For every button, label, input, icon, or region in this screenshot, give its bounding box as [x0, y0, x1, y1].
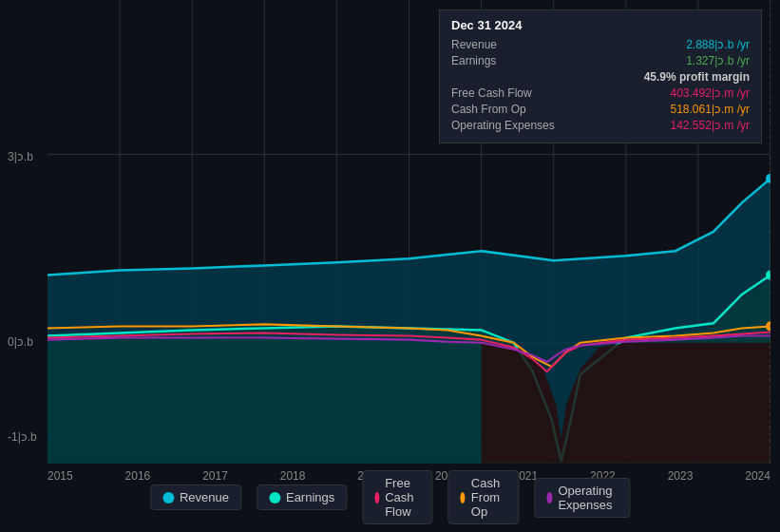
y-label-0b: 0|ↄ.b	[8, 335, 33, 349]
x-label-2024: 2024	[745, 469, 770, 483]
tooltip-opex-row: Operating Expenses 142.552|ↄ.m /yr	[451, 119, 750, 132]
tooltip-fcf-label: Free Cash Flow	[451, 86, 532, 100]
legend-revenue-label: Revenue	[180, 490, 229, 504]
legend-cashop[interactable]: Cash From Op	[448, 470, 519, 524]
fcf-dot	[374, 492, 379, 504]
tooltip-cashop-row: Cash From Op 518.061|ↄ.m /yr	[451, 103, 750, 116]
tooltip-fcf-row: Free Cash Flow 403.492|ↄ.m /yr	[451, 86, 750, 100]
x-label-2015: 2015	[48, 469, 73, 483]
tooltip-revenue-row: Revenue 2.888|ↄ.b /yr	[451, 38, 750, 51]
x-label-2023: 2023	[668, 469, 694, 483]
tooltip-cashop-value: 518.061|ↄ.m /yr	[671, 103, 751, 116]
tooltip-fcf-value: 403.492|ↄ.m /yr	[671, 86, 751, 100]
legend-opex[interactable]: Operating Expenses	[534, 478, 630, 518]
legend-fcf[interactable]: Free Cash Flow	[362, 470, 432, 524]
tooltip-margin-row: 45.9% profit margin	[451, 70, 750, 84]
tooltip-opex-value: 142.552|ↄ.m /yr	[671, 119, 751, 132]
cashop-dot	[461, 492, 466, 504]
revenue-dot	[162, 492, 174, 504]
tooltip-revenue-value: 2.888|ↄ.b /yr	[686, 38, 750, 51]
legend-fcf-label: Free Cash Flow	[385, 476, 420, 519]
tooltip-earnings-row: Earnings 1.327|ↄ.b /yr	[451, 54, 750, 67]
opex-dot	[546, 492, 552, 504]
chart-container: Dec 31 2024 Revenue 2.888|ↄ.b /yr Earnin…	[0, 0, 780, 532]
earnings-dot	[269, 492, 280, 504]
tooltip-earnings-value: 1.327|ↄ.b /yr	[686, 54, 750, 67]
tooltip-cashop-label: Cash From Op	[451, 103, 526, 116]
legend-earnings-label: Earnings	[286, 490, 334, 504]
tooltip-revenue-label: Revenue	[451, 38, 497, 51]
y-label-neg1b: -1|ↄ.b	[8, 430, 37, 444]
tooltip-earnings-label: Earnings	[451, 54, 496, 67]
legend-revenue[interactable]: Revenue	[150, 484, 241, 510]
tooltip-date: Dec 31 2024	[451, 18, 750, 32]
legend-opex-label: Operating Expenses	[558, 484, 618, 512]
y-label-3b: 3|ↄ.b	[8, 150, 33, 163]
legend-earnings[interactable]: Earnings	[257, 484, 347, 510]
tooltip-opex-label: Operating Expenses	[451, 119, 555, 132]
x-label-2016: 2016	[125, 469, 151, 483]
chart-legend: Revenue Earnings Free Cash Flow Cash Fro…	[150, 470, 630, 524]
legend-cashop-label: Cash From Op	[471, 476, 506, 519]
tooltip-box: Dec 31 2024 Revenue 2.888|ↄ.b /yr Earnin…	[439, 10, 762, 143]
tooltip-margin-value: 45.9% profit margin	[644, 70, 750, 84]
